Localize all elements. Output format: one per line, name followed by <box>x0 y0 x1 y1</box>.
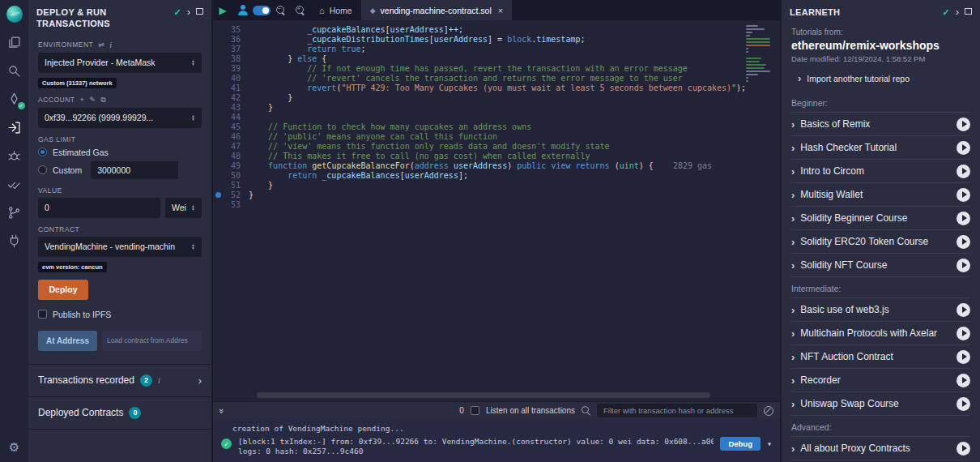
line-number[interactable]: 49 <box>213 161 249 171</box>
sign-message-icon[interactable]: ✎ <box>89 96 96 104</box>
run-script-icon[interactable]: ▶ <box>213 0 232 20</box>
terminal-expand-icon[interactable]: » <box>217 408 227 413</box>
listen-checkbox[interactable] <box>471 406 479 415</box>
code-line[interactable]: 53 <box>213 200 780 210</box>
code-line[interactable]: 41 revert("HTTP 429: Too Many Cupcakes (… <box>213 83 780 93</box>
editor-toggle[interactable] <box>252 0 271 20</box>
publish-ipfs-checkbox[interactable] <box>38 310 47 319</box>
filter-input[interactable] <box>597 404 757 417</box>
play-icon[interactable] <box>957 141 970 155</box>
environment-select[interactable]: Injected Provider - MetaMask ▲▼ <box>38 53 202 73</box>
line-number[interactable]: 38 <box>213 54 249 64</box>
code-line[interactable]: 44 <box>213 113 780 122</box>
tab-home[interactable]: ⌂ Home <box>310 0 361 20</box>
tutorial-item[interactable]: ›NFT Auction Contract <box>791 345 970 369</box>
line-number[interactable]: 48 <box>213 152 249 161</box>
line-number[interactable]: 40 <box>213 74 249 83</box>
minimap[interactable] <box>746 25 772 87</box>
code-line[interactable]: 46 // 'public' means anyone can call thi… <box>213 132 780 142</box>
estimated-gas-option[interactable]: Estimated Gas <box>38 148 202 157</box>
line-number[interactable]: 53 <box>213 200 249 210</box>
debug-button[interactable]: Debug <box>720 437 761 451</box>
publish-ipfs-option[interactable]: Publish to IPFS <box>38 310 202 319</box>
code-line[interactable]: 47 // 'view' means this function only re… <box>213 142 780 152</box>
line-number[interactable]: 45 <box>213 122 249 132</box>
at-address-input[interactable] <box>102 331 202 351</box>
value-input[interactable] <box>38 198 160 218</box>
breakpoint-dot[interactable] <box>215 192 221 198</box>
line-number[interactable]: 41 <box>213 83 249 93</box>
code-line[interactable]: 48 // This makes it free to call (no gas… <box>213 152 780 161</box>
line-number[interactable]: 39 <box>213 64 249 74</box>
play-icon[interactable] <box>957 397 970 411</box>
play-icon[interactable] <box>957 259 970 272</box>
file-explorer-icon[interactable] <box>6 34 23 50</box>
code-line[interactable]: 35 _cupcakeBalances[userAddress]++; <box>213 25 780 35</box>
line-number[interactable]: 42 <box>213 93 249 103</box>
custom-gas-input[interactable] <box>91 161 178 179</box>
tutorial-item[interactable]: ›Recorder <box>791 369 970 392</box>
custom-gas-option[interactable]: Custom <box>38 161 202 179</box>
play-icon[interactable] <box>957 212 970 225</box>
chevron-right-icon[interactable]: › <box>198 374 202 387</box>
copy-account-icon[interactable]: ⧉ <box>100 96 106 105</box>
code-editor[interactable]: 35 _cupcakeBalances[userAddress]++;36 _c… <box>213 20 780 401</box>
play-icon[interactable] <box>957 374 970 387</box>
line-number[interactable]: 44 <box>213 113 249 122</box>
contract-select[interactable]: VendingMachine - vending-machin ▲▼ <box>38 237 202 257</box>
tutorial-item[interactable]: ›Basic use of web3.js <box>791 298 970 322</box>
clear-console-icon[interactable] <box>764 406 773 416</box>
code-line[interactable]: 38 } else { <box>213 54 780 64</box>
close-tab-icon[interactable]: × <box>498 6 503 15</box>
code-line[interactable]: 42 } <box>213 93 780 103</box>
publish-profile-icon[interactable] <box>232 0 252 20</box>
panel-collapse-icon[interactable]: › <box>956 6 959 17</box>
tutorial-item[interactable]: ›Multisig Wallet <box>791 183 970 207</box>
play-icon[interactable] <box>957 442 970 456</box>
search-icon[interactable] <box>6 62 23 79</box>
play-icon[interactable] <box>957 118 970 131</box>
code-line[interactable]: 36 _cupcakeDistributionTimes[userAddress… <box>213 35 780 45</box>
solidity-compiler-icon[interactable]: ✓ <box>6 91 23 107</box>
transaction-log-entry[interactable]: ✓ [block:1 txIndex:-] from: 0xf39...9226… <box>221 437 772 456</box>
play-icon[interactable] <box>957 303 970 317</box>
play-icon[interactable] <box>957 235 970 249</box>
play-icon[interactable] <box>957 327 970 340</box>
deploy-run-icon[interactable] <box>6 119 23 135</box>
at-address-button[interactable]: At Address <box>38 331 97 351</box>
tutorial-item[interactable]: ›Uniswap Swap Course <box>791 392 970 416</box>
zoom-out-icon[interactable]: − <box>271 0 291 20</box>
line-number[interactable]: 51 <box>213 181 249 190</box>
tutorial-item[interactable]: ›Multichain Protocols with Axelar <box>791 322 970 345</box>
tutorial-item[interactable]: ›Solidity ERC20 Token Course <box>791 230 970 254</box>
panel-popout-icon[interactable] <box>965 8 972 15</box>
code-line[interactable]: 40 // 'revert' cancels the transaction a… <box>213 74 780 83</box>
horizontal-scrollbar[interactable] <box>257 392 710 398</box>
environment-fork-icon[interactable]: ⇌ <box>98 41 104 49</box>
play-icon[interactable] <box>957 165 970 178</box>
account-select[interactable]: 0xf39...92266 (9999.99929... ▲▼ <box>38 108 202 128</box>
code-line[interactable]: 51 } <box>213 181 780 190</box>
unit-testing-icon[interactable] <box>6 176 23 192</box>
zoom-in-icon[interactable]: + <box>291 0 310 20</box>
custom-gas-radio[interactable] <box>38 165 47 174</box>
play-icon[interactable] <box>957 350 970 364</box>
deploy-button[interactable]: Deploy <box>38 280 88 300</box>
deployed-contracts-row[interactable]: Deployed Contracts 0 <box>28 396 211 430</box>
plugin-manager-icon[interactable] <box>6 233 23 249</box>
git-icon[interactable] <box>6 204 23 220</box>
line-number[interactable]: 37 <box>213 45 249 54</box>
panel-popout-icon[interactable] <box>196 8 203 15</box>
code-line[interactable]: 52} <box>213 190 780 200</box>
remix-logo[interactable] <box>6 6 23 22</box>
line-number[interactable]: 47 <box>213 142 249 152</box>
import-tutorial-link[interactable]: › Import another tutorial repo <box>791 63 970 92</box>
tutorial-item[interactable]: ›All about Proxy Contracts <box>791 437 970 460</box>
code-line[interactable]: 37 return true; <box>213 45 780 54</box>
add-account-icon[interactable]: + <box>80 96 85 104</box>
transactions-info-icon[interactable]: i <box>158 376 160 385</box>
line-number[interactable]: 36 <box>213 35 249 45</box>
estimated-gas-radio[interactable] <box>38 148 47 156</box>
tutorial-item[interactable]: ›Intro to Circom <box>791 160 970 183</box>
code-line[interactable]: 49 function getCupcakeBalanceFor(address… <box>213 161 780 171</box>
